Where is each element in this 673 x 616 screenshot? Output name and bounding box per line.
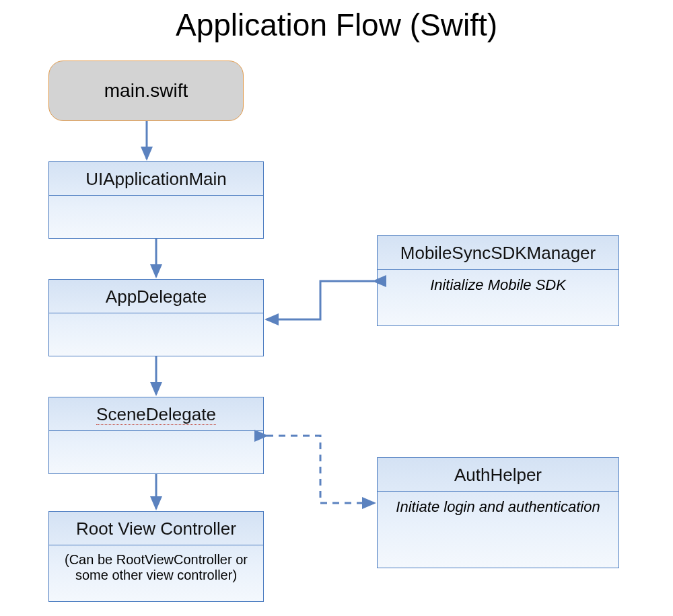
- node-main-swift-label: main.swift: [104, 80, 188, 102]
- arrow-scenedelegate-authhelper: [267, 436, 374, 503]
- node-uiapplicationmain-body: [49, 196, 263, 209]
- node-main-swift: main.swift: [48, 61, 244, 121]
- node-scenedelegate: SceneDelegate: [48, 397, 264, 474]
- node-scenedelegate-title-text: SceneDelegate: [96, 404, 216, 425]
- node-scenedelegate-title: SceneDelegate: [49, 397, 263, 431]
- node-appdelegate-title: AppDelegate: [49, 280, 263, 313]
- node-authhelper-title: AuthHelper: [378, 458, 618, 492]
- node-scenedelegate-body: [49, 431, 263, 445]
- node-sdkmanager-title: MobileSyncSDKManager: [378, 236, 618, 270]
- node-rootvc-title: Root View Controller: [49, 512, 263, 545]
- arrow-appdelegate-sdkmanager: [267, 281, 374, 319]
- node-sdkmanager-body: Initialize Mobile SDK: [378, 270, 618, 301]
- node-uiapplicationmain: UIApplicationMain: [48, 161, 264, 239]
- node-uiapplicationmain-title: UIApplicationMain: [49, 162, 263, 196]
- node-authhelper-body: Initiate login and authentication: [378, 492, 618, 523]
- node-appdelegate-body: [49, 313, 263, 327]
- node-sdkmanager: MobileSyncSDKManager Initialize Mobile S…: [377, 235, 619, 326]
- node-rootvc: Root View Controller (Can be RootViewCon…: [48, 511, 264, 602]
- node-rootvc-body: (Can be RootViewController or some other…: [49, 545, 263, 590]
- node-appdelegate: AppDelegate: [48, 279, 264, 356]
- diagram-title: Application Flow (Swift): [0, 7, 673, 43]
- node-authhelper: AuthHelper Initiate login and authentica…: [377, 457, 619, 568]
